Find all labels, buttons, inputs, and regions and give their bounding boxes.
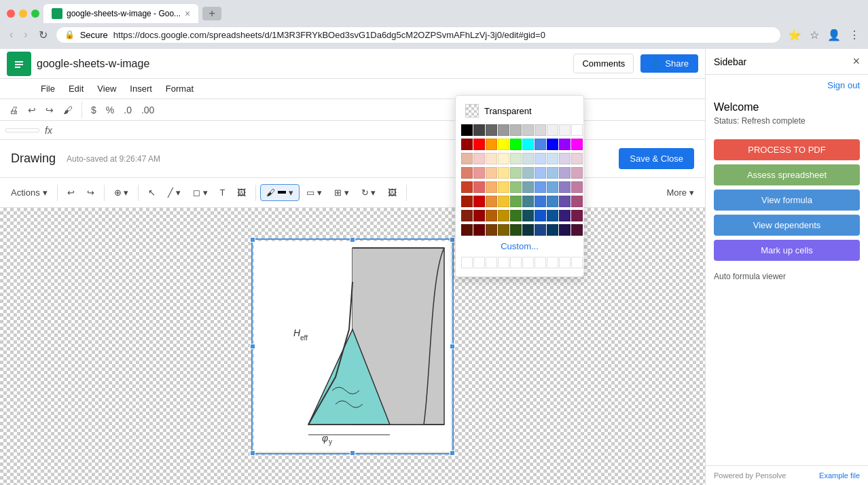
color-r4-4[interactable] [498,167,509,179]
color-r4-5[interactable] [510,167,522,179]
color-r3-6[interactable] [522,153,534,164]
color-r3-4[interactable] [498,153,509,164]
share-button[interactable]: 👤 Share [640,54,698,73]
assess-spreadsheet-btn[interactable]: Assess spreadsheet [714,164,860,185]
color-r3-3[interactable] [486,153,497,164]
color-r8-9[interactable] [559,224,571,236]
example-file-link[interactable]: Example file [819,471,860,480]
menu-view[interactable]: View [90,81,123,96]
color-dark-gray-3[interactable] [486,124,497,136]
color-dark-gray-2[interactable] [498,124,509,136]
resize-handle-topright[interactable] [450,237,455,242]
currency-btn[interactable]: $ [88,103,100,118]
recent-color-8[interactable] [547,257,558,268]
recent-color-5[interactable] [510,257,522,268]
color-light-gray-3[interactable] [559,124,571,136]
color-r8-8[interactable] [547,224,558,236]
decrease-decimal-btn[interactable]: .0 [120,103,135,118]
undo-draw-btn[interactable]: ↩ [62,185,80,200]
color-r7-4[interactable] [498,210,509,221]
address-bar[interactable]: 🔒 Secure https://docs.google.com/spreads… [56,26,781,43]
color-cyan[interactable] [522,139,534,150]
sidebar-close-btn[interactable]: × [852,54,860,69]
color-r5-4[interactable] [498,181,509,193]
recent-color-6[interactable] [522,257,534,268]
line-btn[interactable]: ╱ ▾ [162,185,186,200]
color-r8-2[interactable] [473,224,485,236]
resize-handle-bottom[interactable] [350,450,355,456]
color-r6-9[interactable] [559,196,571,207]
color-r6-1[interactable] [461,196,473,207]
comments-button[interactable]: Comments [573,54,634,73]
color-r8-6[interactable] [522,224,534,236]
color-r5-5[interactable] [510,181,522,193]
color-green[interactable] [510,139,522,150]
menu-insert[interactable]: Insert [123,81,159,96]
resize-handle-left[interactable] [250,344,255,349]
cell-reference[interactable] [5,128,39,132]
print-btn[interactable]: 🖨 [5,103,22,118]
color-dark-red[interactable] [461,139,473,150]
color-purple[interactable] [559,139,571,150]
maximize-window-btn[interactable] [31,10,39,18]
color-orange[interactable] [486,139,497,150]
minimize-window-btn[interactable] [19,10,27,18]
color-r6-7[interactable] [535,196,546,207]
color-black[interactable] [461,124,473,136]
color-r4-2[interactable] [473,167,485,179]
color-r6-3[interactable] [486,196,497,207]
recent-color-9[interactable] [559,257,571,268]
process-to-pdf-btn[interactable]: PROCESS TO PDF [714,139,860,160]
color-r5-2[interactable] [473,181,485,193]
select-btn[interactable]: ↖ [143,185,161,200]
color-r8-10[interactable] [571,224,583,236]
color-magenta[interactable] [571,139,583,150]
color-yellow[interactable] [498,139,509,150]
resize-handle-bottomleft[interactable] [250,450,255,456]
resize-handle-topleft[interactable] [250,237,255,242]
recent-color-2[interactable] [473,257,485,268]
redo-btn[interactable]: ↪ [42,103,57,118]
color-r8-3[interactable] [486,224,497,236]
color-r7-7[interactable] [535,210,546,221]
forward-btn[interactable]: › [21,26,30,43]
color-r3-8[interactable] [547,153,558,164]
menu-edit[interactable]: Edit [62,81,90,96]
color-r8-7[interactable] [535,224,546,236]
color-r8-5[interactable] [510,224,522,236]
color-light-gray-1[interactable] [535,124,546,136]
color-blue[interactable] [547,139,558,150]
color-r6-2[interactable] [473,196,485,207]
actions-button[interactable]: Actions ▾ [5,185,53,200]
color-r7-3[interactable] [486,210,497,221]
mark-up-cells-btn[interactable]: Mark up cells [714,240,860,261]
color-r4-7[interactable] [535,167,546,179]
back-btn[interactable]: ‹ [7,26,16,43]
text-btn[interactable]: T [215,185,231,200]
browser-tab[interactable]: google-sheets-w-image - Goo... × [43,4,198,23]
arrange-btn[interactable]: ⊞ ▾ [329,185,355,200]
save-close-button[interactable]: Save & Close [619,148,694,169]
color-r3-5[interactable] [510,153,522,164]
menu-icon[interactable]: ⋮ [848,27,861,43]
color-r5-1[interactable] [461,181,473,193]
color-r5-6[interactable] [522,181,534,193]
color-r4-8[interactable] [547,167,558,179]
color-gray[interactable] [522,124,534,136]
rotate-btn[interactable]: ↻ ▾ [356,185,382,200]
color-r3-1[interactable] [461,153,473,164]
formula-input[interactable] [58,125,700,135]
recent-color-1[interactable] [461,257,473,268]
color-r8-4[interactable] [498,224,509,236]
sign-out-btn[interactable]: Sign out [827,80,860,90]
percent-btn[interactable]: % [103,103,117,118]
resize-handle-bottomright[interactable] [450,450,455,456]
bookmark-icon[interactable]: ☆ [808,27,820,43]
recent-color-10[interactable] [571,257,583,268]
color-r3-9[interactable] [559,153,571,164]
color-r6-4[interactable] [498,196,509,207]
view-formula-btn[interactable]: View formula [714,190,860,211]
color-r7-1[interactable] [461,210,473,221]
recent-color-4[interactable] [498,257,509,268]
color-r5-7[interactable] [535,181,546,193]
